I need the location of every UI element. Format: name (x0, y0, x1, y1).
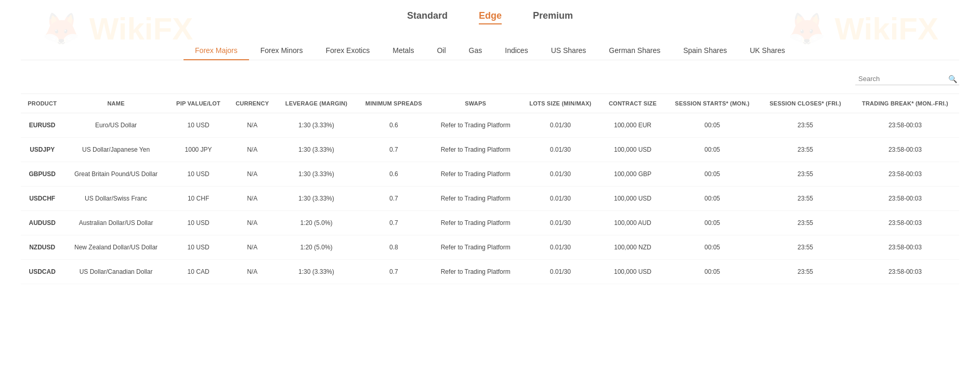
cell-product: USDJPY (21, 138, 63, 162)
table-row: USDCHFUS Dollar/Swiss Franc10 CHFN/A1:30… (21, 187, 959, 211)
cell-contractSize: 100,000 USD (600, 138, 665, 162)
cell-minSpreads: 0.8 (357, 235, 431, 260)
cell-name: US Dollar/Swiss Franc (63, 187, 168, 211)
cell-leverage: 1:30 (3.33%) (276, 260, 357, 284)
cell-product: NZDUSD (21, 235, 63, 260)
tab-edge[interactable]: Edge (479, 10, 502, 24)
cat-german-shares[interactable]: German Shares (597, 41, 672, 60)
cell-lotsSize: 0.01/30 (520, 138, 601, 162)
cell-name: Great Britain Pound/US Dollar (63, 162, 168, 187)
cell-swaps: Refer to Trading Platform (431, 138, 520, 162)
cell-lotsSize: 0.01/30 (520, 113, 601, 138)
cell-sessionStarts: 00:05 (665, 138, 760, 162)
search-icon: 🔍 (948, 75, 957, 83)
tab-premium[interactable]: Premium (533, 10, 573, 24)
cell-pipValue: 1000 JPY (168, 138, 229, 162)
cell-sessionStarts: 00:05 (665, 187, 760, 211)
cell-name: US Dollar/Canadian Dollar (63, 260, 168, 284)
cell-pipValue: 10 USD (168, 113, 229, 138)
cell-product: EURUSD (21, 113, 63, 138)
cat-forex-majors[interactable]: Forex Majors (184, 41, 249, 60)
cat-uk-shares[interactable]: UK Shares (738, 41, 796, 60)
col-lots-size: LOTS SIZE (MIN/MAX) (520, 94, 601, 113)
cell-lotsSize: 0.01/30 (520, 211, 601, 235)
cell-sessionStarts: 00:05 (665, 113, 760, 138)
cat-spain-shares[interactable]: Spain Shares (672, 41, 738, 60)
cell-sessionCloses: 23:55 (760, 187, 851, 211)
tab-standard[interactable]: Standard (407, 10, 448, 24)
table-row: NZDUSDNew Zealand Dollar/US Dollar10 USD… (21, 235, 959, 260)
cell-contractSize: 100,000 GBP (600, 162, 665, 187)
cell-tradingBreak: 23:58-00:03 (851, 260, 959, 284)
col-product: PRODUCT (21, 94, 63, 113)
table-row: USDCADUS Dollar/Canadian Dollar10 CADN/A… (21, 260, 959, 284)
cell-contractSize: 100,000 USD (600, 260, 665, 284)
cell-pipValue: 10 CHF (168, 187, 229, 211)
table-row: EURUSDEuro/US Dollar10 USDN/A1:30 (3.33%… (21, 113, 959, 138)
cell-minSpreads: 0.7 (357, 138, 431, 162)
cell-pipValue: 10 USD (168, 162, 229, 187)
search-input[interactable] (855, 73, 959, 85)
cell-currency: N/A (228, 138, 276, 162)
table-row: AUDUSDAustralian Dollar/US Dollar10 USDN… (21, 211, 959, 235)
table-header-row: PRODUCT NAME PIP VALUE/LOT CURRENCY LEVE… (21, 94, 959, 113)
cell-product: USDCHF (21, 187, 63, 211)
cell-contractSize: 100,000 EUR (600, 113, 665, 138)
col-contract-size: CONTRACT SIZE (600, 94, 665, 113)
col-currency: CURRENCY (228, 94, 276, 113)
cell-product: USDCAD (21, 260, 63, 284)
cell-contractSize: 100,000 NZD (600, 235, 665, 260)
cat-forex-exotics[interactable]: Forex Exotics (314, 41, 381, 60)
cell-leverage: 1:30 (3.33%) (276, 162, 357, 187)
cell-minSpreads: 0.6 (357, 162, 431, 187)
cell-sessionStarts: 00:05 (665, 235, 760, 260)
cell-tradingBreak: 23:58-00:03 (851, 235, 959, 260)
cat-indices[interactable]: Indices (493, 41, 539, 60)
cell-name: New Zealand Dollar/US Dollar (63, 235, 168, 260)
cell-pipValue: 10 USD (168, 235, 229, 260)
col-pip-value: PIP VALUE/LOT (168, 94, 229, 113)
cell-lotsSize: 0.01/30 (520, 187, 601, 211)
cell-tradingBreak: 23:58-00:03 (851, 187, 959, 211)
cell-lotsSize: 0.01/30 (520, 260, 601, 284)
search-input-wrap: 🔍 (855, 73, 959, 85)
cell-sessionCloses: 23:55 (760, 211, 851, 235)
cell-product: AUDUSD (21, 211, 63, 235)
cat-forex-minors[interactable]: Forex Minors (249, 41, 315, 60)
cat-metals[interactable]: Metals (381, 41, 425, 60)
search-bar: 🔍 (21, 73, 959, 85)
cell-lotsSize: 0.01/30 (520, 162, 601, 187)
cell-currency: N/A (228, 211, 276, 235)
cell-currency: N/A (228, 113, 276, 138)
cell-sessionCloses: 23:55 (760, 138, 851, 162)
cat-us-shares[interactable]: US Shares (540, 41, 598, 60)
cell-swaps: Refer to Trading Platform (431, 113, 520, 138)
cell-currency: N/A (228, 162, 276, 187)
cell-swaps: Refer to Trading Platform (431, 260, 520, 284)
cell-sessionCloses: 23:55 (760, 162, 851, 187)
cell-minSpreads: 0.7 (357, 260, 431, 284)
cell-name: Euro/US Dollar (63, 113, 168, 138)
cell-pipValue: 10 USD (168, 211, 229, 235)
cat-oil[interactable]: Oil (425, 41, 457, 60)
category-nav: Forex Majors Forex Minors Forex Exotics … (21, 41, 959, 60)
cell-sessionCloses: 23:55 (760, 260, 851, 284)
cell-sessionCloses: 23:55 (760, 113, 851, 138)
cell-tradingBreak: 23:58-00:03 (851, 138, 959, 162)
cat-gas[interactable]: Gas (458, 41, 494, 60)
cell-sessionStarts: 00:05 (665, 260, 760, 284)
cell-sessionCloses: 23:55 (760, 235, 851, 260)
cell-leverage: 1:20 (5.0%) (276, 211, 357, 235)
col-session-starts: SESSION STARTS* (MON.) (665, 94, 760, 113)
cell-leverage: 1:30 (3.33%) (276, 138, 357, 162)
cell-swaps: Refer to Trading Platform (431, 162, 520, 187)
col-min-spreads: MINIMUM SPREADS (357, 94, 431, 113)
col-swaps: SWAPS (431, 94, 520, 113)
table-row: GBPUSDGreat Britain Pound/US Dollar10 US… (21, 162, 959, 187)
cell-minSpreads: 0.6 (357, 113, 431, 138)
cell-currency: N/A (228, 260, 276, 284)
cell-leverage: 1:20 (5.0%) (276, 235, 357, 260)
cell-name: Australian Dollar/US Dollar (63, 211, 168, 235)
cell-currency: N/A (228, 235, 276, 260)
cell-leverage: 1:30 (3.33%) (276, 113, 357, 138)
